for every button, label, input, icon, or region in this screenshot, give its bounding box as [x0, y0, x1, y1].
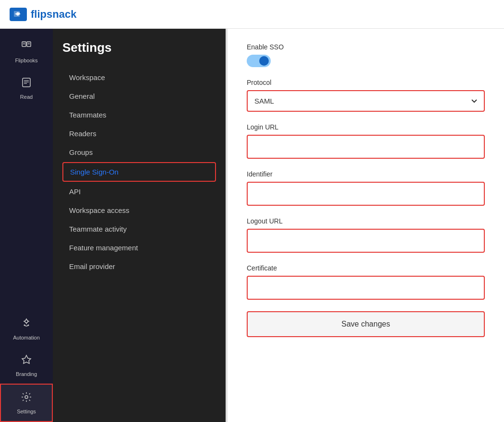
- sidebar-item-workspace-access[interactable]: Workspace access: [62, 201, 216, 219]
- nav-item-settings[interactable]: Settings: [0, 384, 53, 422]
- certificate-label: Certificate: [247, 264, 485, 272]
- identifier-group: Identifier: [247, 170, 485, 206]
- nav-label-settings: Settings: [17, 409, 36, 414]
- sidebar-item-feature-management[interactable]: Feature management: [62, 239, 216, 257]
- sidebar-item-email-provider[interactable]: Email provider: [62, 258, 216, 275]
- svg-point-12: [25, 320, 28, 323]
- branding-icon: [21, 354, 32, 368]
- identifier-label: Identifier: [247, 170, 485, 178]
- nav-item-flipbooks[interactable]: Flipbooks: [0, 34, 53, 70]
- nav-item-automation[interactable]: Automation: [0, 311, 53, 347]
- sidebar-item-general[interactable]: General: [62, 87, 216, 105]
- logo: flipsnack: [10, 8, 76, 21]
- login-url-group: Login URL: [247, 123, 485, 159]
- svg-point-13: [24, 325, 25, 326]
- login-url-label: Login URL: [247, 123, 485, 131]
- toggle-slider: [247, 55, 271, 67]
- sso-toggle[interactable]: [247, 55, 271, 67]
- logout-url-label: Logout URL: [247, 217, 485, 225]
- logo-icon: [10, 8, 27, 21]
- sidebar-item-sso[interactable]: Single Sign-On: [62, 162, 216, 182]
- automation-icon: [21, 317, 32, 332]
- logo-text: flipsnack: [31, 8, 76, 21]
- protocol-group: Protocol SAML OIDC: [247, 79, 485, 112]
- left-nav: Flipbooks Read: [0, 29, 53, 422]
- flipbooks-icon: [21, 40, 32, 55]
- enable-sso-label: Enable SSO: [247, 43, 485, 51]
- enable-sso-group: Enable SSO: [247, 43, 485, 67]
- sidebar: Settings Workspace General Teammates Rea…: [53, 29, 226, 422]
- sidebar-item-teammate-activity[interactable]: Teammate activity: [62, 220, 216, 238]
- certificate-input[interactable]: [247, 276, 485, 300]
- svg-marker-15: [22, 355, 31, 363]
- svg-rect-8: [23, 78, 30, 87]
- nav-label-read: Read: [20, 94, 33, 100]
- nav-label-flipbooks: Flipbooks: [15, 58, 37, 63]
- app-header: flipsnack: [0, 0, 504, 29]
- svg-point-16: [25, 396, 28, 399]
- certificate-group: Certificate: [247, 264, 485, 300]
- toggle-container: [247, 55, 485, 67]
- content-area: Enable SSO Protocol SAML OIDC Login URL …: [228, 29, 504, 422]
- sidebar-item-readers[interactable]: Readers: [62, 125, 216, 142]
- sidebar-item-groups[interactable]: Groups: [62, 143, 216, 161]
- sidebar-item-workspace[interactable]: Workspace: [62, 69, 216, 86]
- read-icon: [21, 77, 32, 91]
- protocol-label: Protocol: [247, 79, 485, 86]
- nav-item-read[interactable]: Read: [0, 70, 53, 106]
- sidebar-title: Settings: [62, 40, 216, 55]
- nav-label-automation: Automation: [13, 335, 40, 340]
- sidebar-item-api[interactable]: API: [62, 183, 216, 200]
- login-url-input[interactable]: [247, 135, 485, 159]
- sidebar-menu: Workspace General Teammates Readers Grou…: [62, 69, 216, 275]
- protocol-select[interactable]: SAML OIDC: [247, 90, 485, 112]
- sidebar-item-teammates[interactable]: Teammates: [62, 106, 216, 124]
- svg-point-14: [28, 325, 29, 326]
- settings-icon: [21, 391, 32, 406]
- identifier-input[interactable]: [247, 182, 485, 206]
- nav-item-branding[interactable]: Branding: [0, 347, 53, 384]
- logout-url-group: Logout URL: [247, 217, 485, 253]
- logout-url-input[interactable]: [247, 229, 485, 253]
- save-changes-button[interactable]: Save changes: [247, 311, 485, 337]
- nav-label-branding: Branding: [16, 371, 37, 377]
